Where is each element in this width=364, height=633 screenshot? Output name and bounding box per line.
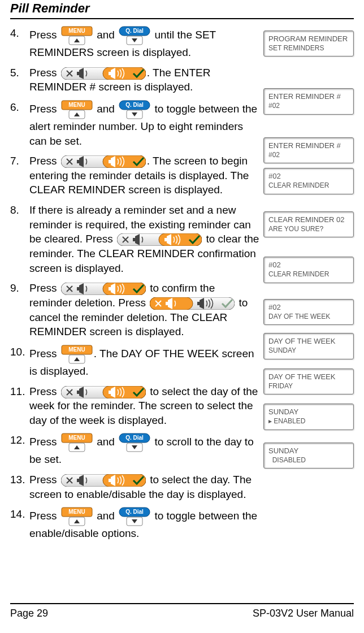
menu-up-button-icon	[61, 345, 93, 364]
menu-up-button-icon	[61, 26, 93, 45]
volume-rocker-confirm-icon	[117, 233, 202, 246]
screen-line-2: CLEAR REMINDER	[268, 270, 349, 279]
screen-line-2: #02	[268, 151, 349, 160]
step-text: and	[94, 29, 118, 41]
screen-line-1: ENTER REMINDER #	[268, 141, 349, 151]
device-screen: PROGRAM REMINDERSET REMINDERS	[263, 31, 354, 57]
step-text: Press	[29, 436, 60, 448]
step-item: Press to select the day of the week for …	[10, 384, 260, 428]
volume-rocker-cancel-icon	[150, 297, 235, 310]
page-title: Pill Reminder	[10, 0, 354, 19]
steps-list: Press and until the SET REMINDERS screen…	[10, 26, 260, 541]
screen-line-1: DAY OF THE WEEK	[268, 337, 349, 346]
step-text: Press	[29, 282, 60, 294]
screen-line-2: DISABLED	[268, 456, 349, 465]
screen-line-1: PROGRAM REMINDER	[268, 34, 349, 44]
device-screen: #02CLEAR REMINDER	[263, 257, 354, 283]
step-item: Press . The ENTER REMINDER # screen is d…	[10, 66, 260, 94]
volume-rocker-confirm-icon	[61, 474, 146, 487]
step-text: and	[94, 436, 118, 448]
content-area: Press and until the SET REMINDERS screen…	[10, 26, 354, 547]
menu-up-button-icon	[61, 507, 93, 526]
qdial-down-button-icon	[119, 433, 150, 452]
screen-line-2: DAY OF THE WEEK	[268, 313, 349, 322]
screen-line-2: SUNDAY	[268, 346, 349, 355]
qdial-down-button-icon	[119, 26, 150, 45]
page: Pill Reminder Press and until the SET RE…	[0, 0, 364, 633]
menu-up-button-icon	[61, 100, 93, 119]
step-item: Press to confirm the reminder deletion. …	[10, 281, 260, 339]
footer: Page 29 SP-03V2 User Manual	[10, 603, 354, 619]
steps-column: Press and until the SET REMINDERS screen…	[10, 26, 263, 547]
device-screen: CLEAR REMINDER 02ARE YOU SURE?	[263, 211, 354, 237]
step-text: Press	[29, 29, 60, 41]
step-text: Press	[29, 385, 60, 397]
step-item: Press . The screen to begin entering the…	[10, 154, 260, 197]
step-item: Press and to toggle between the enable/d…	[10, 507, 260, 541]
step-body: Press and until the SET REMINDERS screen…	[29, 26, 260, 60]
screen-line-2: FRIDAY	[268, 382, 349, 391]
step-item: If there is already a reminder set and a…	[10, 203, 260, 275]
step-text: Press	[29, 155, 60, 167]
device-screen: ENTER REMINDER ##02	[263, 88, 354, 114]
qdial-down-button-icon	[119, 100, 150, 119]
screen-line-1: #02	[268, 172, 349, 181]
step-body: If there is already a reminder set and a…	[29, 203, 260, 275]
screen-line-2: ▸ ENABLED	[268, 417, 349, 426]
device-screen: DAY OF THE WEEKFRIDAY	[263, 368, 354, 394]
step-body: Press to select the day. The screen to e…	[29, 472, 260, 501]
device-screen: SUNDAY DISABLED	[263, 443, 354, 469]
volume-rocker-confirm-icon	[61, 155, 146, 168]
step-item: Press and until the SET REMINDERS screen…	[10, 26, 260, 60]
device-screen: #02DAY OF THE WEEK	[263, 299, 354, 325]
step-text: Press	[29, 103, 60, 115]
footer-manual: SP-03V2 User Manual	[253, 608, 354, 619]
step-item: Press and to toggle between the alert re…	[10, 100, 260, 148]
step-item: Press . The DAY OF THE WEEK screen is di…	[10, 345, 260, 379]
step-text: Press	[29, 67, 60, 79]
device-screen: #02CLEAR REMINDER	[263, 168, 354, 194]
step-body: Press . The screen to begin entering the…	[29, 154, 260, 197]
qdial-down-button-icon	[119, 507, 150, 526]
step-body: Press to select the day of the week for …	[29, 384, 260, 428]
screen-line-2: CLEAR REMINDER	[268, 181, 349, 190]
step-text: and	[94, 510, 118, 522]
screen-line-2: #02	[268, 102, 349, 111]
volume-rocker-confirm-icon	[61, 283, 146, 295]
screen-line-1: #02	[268, 303, 349, 313]
step-text: and	[94, 103, 118, 115]
step-item: Press to select the day. The screen to e…	[10, 472, 260, 501]
screen-line-1: #02	[268, 261, 349, 270]
device-screen: SUNDAY▸ ENABLED	[263, 404, 354, 430]
screen-line-1: SUNDAY	[268, 446, 349, 456]
device-screen: DAY OF THE WEEKSUNDAY	[263, 333, 354, 359]
screen-line-1: DAY OF THE WEEK	[268, 372, 349, 382]
screen-line-1: SUNDAY	[268, 407, 349, 417]
step-text: Press	[29, 474, 60, 485]
volume-rocker-confirm-icon	[61, 67, 146, 80]
menu-up-button-icon	[61, 433, 93, 452]
footer-page: Page 29	[10, 608, 48, 619]
screen-line-1: ENTER REMINDER #	[268, 92, 349, 102]
step-body: Press and to scroll to the day to be set…	[29, 433, 260, 467]
step-body: Press and to toggle between the enable/d…	[29, 507, 260, 541]
screen-line-2: ARE YOU SURE?	[268, 225, 349, 234]
step-text: Press	[29, 348, 60, 359]
device-screen: ENTER REMINDER ##02	[263, 137, 354, 163]
screen-line-1: CLEAR REMINDER 02	[268, 215, 349, 225]
step-item: Press and to scroll to the day to be set…	[10, 433, 260, 467]
step-body: Press and to toggle between the alert re…	[29, 100, 260, 148]
screens-column: PROGRAM REMINDERSET REMINDERSENTER REMIN…	[263, 26, 354, 547]
step-body: Press to confirm the reminder deletion. …	[29, 281, 260, 339]
screen-line-2: SET REMINDERS	[268, 44, 349, 53]
step-body: Press . The ENTER REMINDER # screen is d…	[29, 66, 260, 94]
step-text: Press	[29, 510, 60, 522]
step-body: Press . The DAY OF THE WEEK screen is di…	[29, 345, 260, 379]
volume-rocker-confirm-icon	[61, 386, 146, 398]
